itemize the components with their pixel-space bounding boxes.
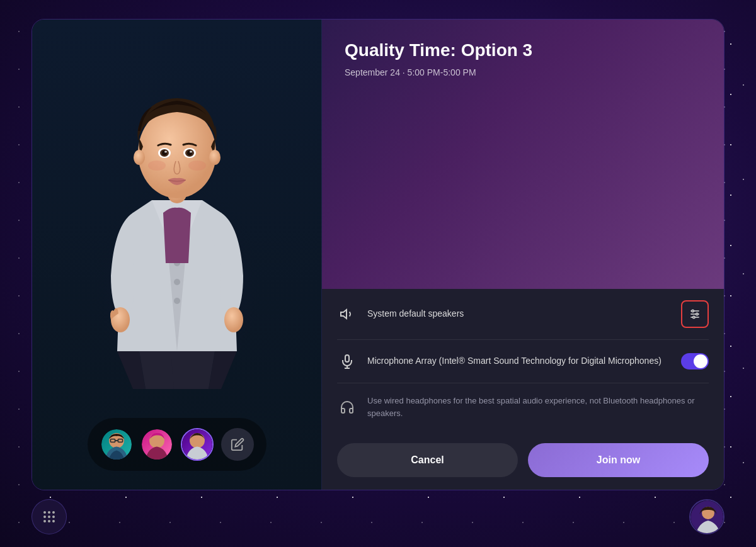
right-panel: Quality Time: Option 3 September 24 · 5:…	[322, 20, 724, 490]
svg-point-20	[209, 150, 220, 165]
svg-point-45	[52, 520, 55, 522]
svg-point-39	[52, 511, 55, 514]
svg-point-6	[224, 307, 243, 332]
avatar-option-2[interactable]	[140, 428, 173, 461]
svg-point-42	[52, 516, 55, 518]
svg-point-3	[174, 279, 180, 285]
svg-point-16	[190, 150, 192, 152]
join-now-button[interactable]: Join now	[528, 443, 709, 477]
svg-point-12	[164, 150, 167, 152]
headphones-hint-icon	[337, 397, 357, 417]
microphone-label: Microphone Array (Intel® Smart Sound Tec…	[367, 355, 671, 368]
svg-point-19	[134, 150, 145, 165]
svg-point-40	[43, 516, 46, 518]
avatar-panel	[32, 20, 322, 490]
avatar-option-1[interactable]	[100, 428, 133, 461]
speaker-icon	[337, 304, 357, 324]
svg-point-44	[48, 520, 50, 522]
event-datetime: September 24 · 5:00 PM-5:00 PM	[345, 67, 701, 77]
avatar-option-3[interactable]	[181, 428, 214, 461]
svg-rect-34	[345, 355, 349, 362]
event-info-panel: Quality Time: Option 3 September 24 · 5:…	[322, 20, 724, 289]
svg-point-31	[692, 310, 694, 312]
avatar-selector	[88, 418, 266, 471]
audio-settings-button[interactable]	[681, 300, 709, 328]
speaker-label: System default speakers	[367, 308, 671, 320]
svg-point-41	[48, 516, 50, 518]
svg-point-43	[43, 520, 46, 522]
cancel-button[interactable]: Cancel	[337, 443, 518, 477]
action-bar: Cancel Join now	[322, 431, 724, 490]
svg-point-18	[188, 161, 206, 171]
svg-point-33	[693, 316, 695, 318]
avatar-3d	[83, 49, 272, 402]
bottom-bar	[32, 499, 724, 534]
audio-hint-text: Use wired headphones for the best spatia…	[367, 395, 709, 419]
avatar-display	[32, 20, 321, 418]
microphone-toggle[interactable]	[681, 353, 709, 369]
edit-avatar-button[interactable]	[221, 428, 254, 461]
svg-point-17	[148, 161, 166, 171]
event-title: Quality Time: Option 3	[345, 40, 701, 61]
microphone-row: Microphone Array (Intel® Smart Sound Tec…	[337, 340, 709, 383]
svg-point-38	[48, 511, 50, 514]
user-profile-button[interactable]	[689, 499, 724, 534]
speaker-row: System default speakers	[337, 289, 709, 340]
svg-point-37	[43, 511, 46, 514]
app-menu-button[interactable]	[32, 499, 67, 534]
device-settings-panel: System default speakers	[322, 289, 724, 431]
hint-row: Use wired headphones for the best spatia…	[337, 383, 709, 431]
svg-point-32	[696, 313, 698, 315]
svg-point-4	[174, 298, 180, 304]
svg-marker-27	[341, 310, 346, 319]
main-modal: Quality Time: Option 3 September 24 · 5:…	[32, 19, 724, 490]
microphone-icon	[337, 351, 357, 371]
